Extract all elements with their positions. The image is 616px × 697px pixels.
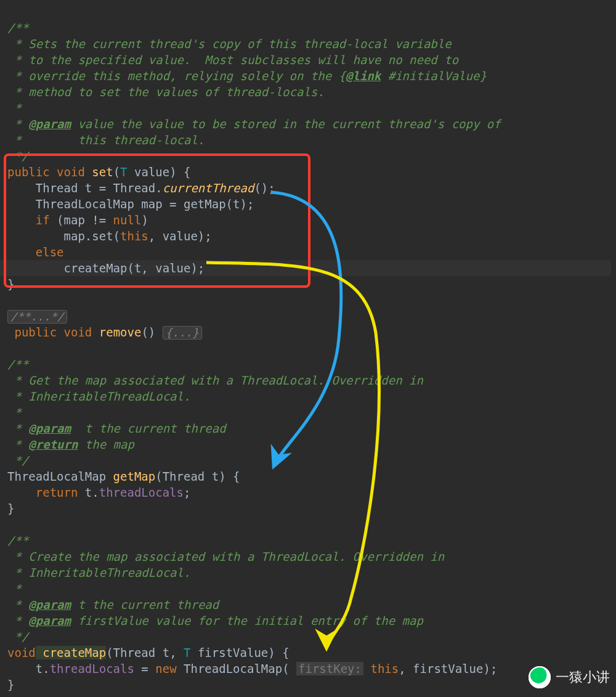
javadoc-getmap: /** * Get the map associated with a Thre… bbox=[7, 357, 423, 467]
method-getmap: ThreadLocalMap getMap(Thread t) { return… bbox=[7, 470, 240, 515]
watermark-badge: 一猿小讲 bbox=[529, 666, 610, 688]
watermark-text: 一猿小讲 bbox=[556, 669, 610, 685]
fold-region[interactable]: /**...*/ bbox=[7, 310, 67, 324]
fold-body[interactable]: {...} bbox=[163, 326, 202, 340]
method-set: public void set(T value) { Thread t = Th… bbox=[7, 165, 611, 291]
javadoc-createmap: /** * Create the map associated with a T… bbox=[7, 534, 444, 643]
method-remove: public void remove() {...} bbox=[7, 325, 202, 339]
method-createmap: void createMap(Thread t, T firstValue) {… bbox=[7, 646, 497, 691]
wechat-logo-icon bbox=[529, 666, 551, 688]
javadoc-set: /** * Sets the current thread's copy of … bbox=[7, 21, 501, 163]
code-block: /** * Sets the current thread's copy of … bbox=[7, 4, 611, 693]
